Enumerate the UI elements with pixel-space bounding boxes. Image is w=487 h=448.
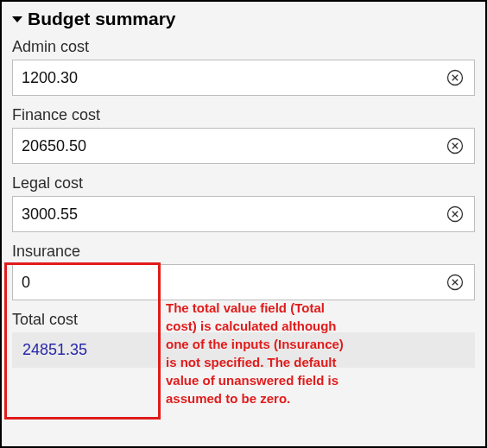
- section-title: Budget summary: [28, 9, 176, 29]
- admin-cost-input-wrap: [12, 60, 475, 96]
- legal-cost-input-wrap: [12, 196, 475, 232]
- finance-cost-input[interactable]: [13, 129, 443, 163]
- field-admin-cost: Admin cost: [12, 38, 475, 96]
- clear-icon[interactable]: [443, 134, 467, 158]
- admin-cost-input[interactable]: [13, 60, 443, 95]
- field-finance-cost: Finance cost: [12, 106, 475, 164]
- caret-down-icon: [12, 16, 22, 22]
- clear-icon[interactable]: [443, 202, 467, 226]
- finance-cost-label: Finance cost: [12, 106, 475, 124]
- clear-icon[interactable]: [443, 270, 467, 294]
- field-legal-cost: Legal cost: [12, 174, 475, 232]
- insurance-input[interactable]: [13, 265, 443, 300]
- section-header[interactable]: Budget summary: [12, 9, 475, 29]
- clear-icon[interactable]: [443, 66, 467, 90]
- annotation-text: The total value field (Total cost) is ca…: [166, 299, 356, 407]
- legal-cost-input[interactable]: [13, 197, 443, 231]
- insurance-input-wrap: [12, 264, 475, 300]
- finance-cost-input-wrap: [12, 128, 475, 164]
- insurance-label: Insurance: [12, 243, 475, 261]
- field-insurance: Insurance: [12, 243, 475, 300]
- legal-cost-label: Legal cost: [12, 174, 475, 192]
- admin-cost-label: Admin cost: [12, 38, 475, 56]
